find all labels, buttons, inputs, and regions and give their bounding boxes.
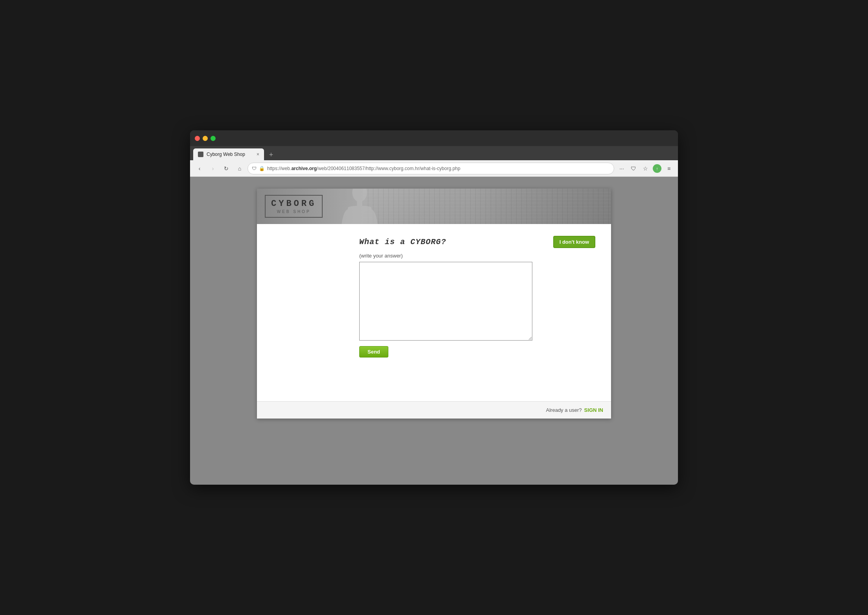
svg-point-0 — [352, 189, 367, 202]
close-traffic-light[interactable] — [195, 136, 200, 141]
lock-icon: 🔒 — [259, 166, 265, 171]
browser-window: Cyborg Web Shop × + ‹ › ↻ ⌂ 🛡 🔒 https://… — [190, 130, 678, 485]
extensions-icon: ↑ — [653, 164, 661, 173]
forward-icon: › — [212, 165, 214, 172]
maximize-traffic-light[interactable] — [211, 136, 216, 141]
home-button[interactable]: ⌂ — [234, 163, 245, 174]
navigation-bar: ‹ › ↻ ⌂ 🛡 🔒 https://web.archive.org/web/… — [190, 160, 678, 177]
tab-favicon-icon — [198, 152, 203, 157]
more-tools-button[interactable]: ≡ — [664, 163, 674, 174]
back-button[interactable]: ‹ — [194, 163, 205, 174]
tab-bar: Cyborg Web Shop × + — [190, 146, 678, 160]
forward-button[interactable]: › — [207, 163, 218, 174]
address-bar-wrapper: 🛡 🔒 https://web.archive.org/web/20040611… — [247, 163, 614, 174]
logo-webshop-text: WEB SHOP — [271, 209, 316, 214]
website-container: CYBORG WEB SHOP — [257, 189, 611, 419]
write-answer-label: (write your answer) — [359, 253, 595, 259]
sign-in-link[interactable]: SIGN IN — [584, 407, 603, 413]
bookmark-button[interactable]: ☆ — [640, 163, 650, 174]
site-footer: Already a user? SIGN IN — [257, 401, 611, 419]
nav-extra-buttons: ··· 🛡 ☆ ↑ ≡ — [617, 163, 674, 174]
active-tab[interactable]: Cyborg Web Shop × — [193, 148, 264, 160]
tab-close-button[interactable]: × — [257, 152, 259, 157]
site-content: What is a CYBORG? I don't know (write yo… — [257, 224, 611, 401]
url-prefix: https://web. — [267, 166, 291, 171]
extensions-button[interactable]: ↑ — [652, 163, 662, 174]
url-bold: archive.org — [291, 166, 317, 171]
address-bar[interactable]: https://web.archive.org/web/200406110835… — [267, 166, 610, 171]
human-silhouette-icon — [340, 189, 380, 224]
already-user-text: Already a user? — [546, 407, 582, 413]
content-area: CYBORG WEB SHOP — [190, 177, 678, 485]
shield-icon: 🛡 — [252, 166, 257, 171]
question-title: What is a CYBORG? — [359, 237, 446, 246]
traffic-lights — [195, 136, 216, 141]
title-bar — [190, 130, 678, 146]
new-tab-button[interactable]: + — [266, 149, 277, 160]
home-icon: ⌂ — [238, 165, 241, 172]
site-header: CYBORG WEB SHOP — [257, 189, 611, 224]
back-icon: ‹ — [199, 165, 201, 172]
reload-button[interactable]: ↻ — [221, 163, 232, 174]
minimize-traffic-light[interactable] — [203, 136, 208, 141]
human-figure — [340, 189, 380, 224]
answer-textarea[interactable] — [359, 262, 532, 341]
send-button[interactable]: Send — [359, 346, 388, 358]
site-logo: CYBORG WEB SHOP — [257, 189, 331, 224]
url-suffix: /web/20040611083557/http://www.cyborg.co… — [317, 166, 460, 171]
header-texture — [363, 189, 611, 224]
logo-cyborg-text: CYBORG — [271, 199, 316, 209]
more-options-button[interactable]: ··· — [617, 163, 627, 174]
question-row: What is a CYBORG? I don't know — [359, 236, 595, 248]
logo-box: CYBORG WEB SHOP — [265, 195, 323, 218]
firefox-shield-icon: 🛡 — [628, 163, 639, 174]
dont-know-button[interactable]: I don't know — [553, 236, 595, 248]
reload-icon: ↻ — [224, 165, 229, 172]
tab-title: Cyborg Web Shop — [207, 152, 253, 157]
